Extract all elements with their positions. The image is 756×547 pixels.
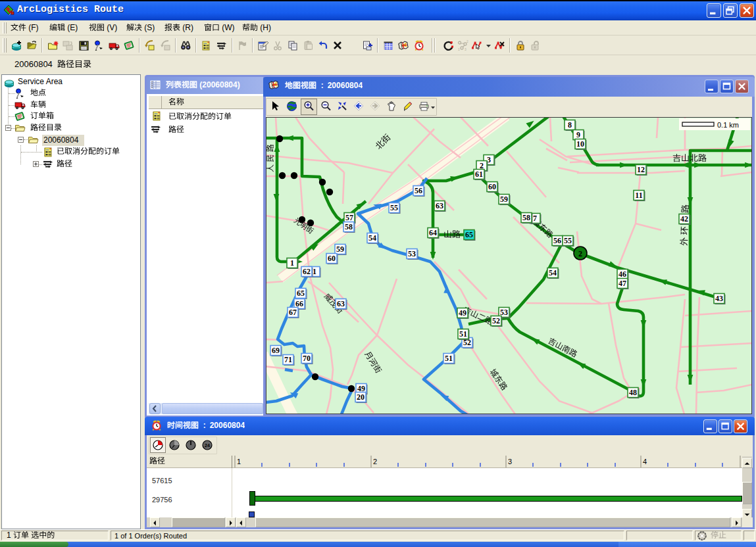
svg-text:(R): (R) <box>182 24 193 32</box>
svg-text:2: 2 <box>373 458 377 465</box>
svg-text:3: 3 <box>508 458 512 465</box>
svg-text:(H): (H) <box>260 24 271 32</box>
svg-text::: : <box>203 421 206 430</box>
svg-text:1: 1 <box>237 458 241 465</box>
svg-text:24: 24 <box>205 443 210 448</box>
svg-text:(20060804): (20060804) <box>199 81 239 89</box>
svg-text:20060804: 20060804 <box>14 60 53 69</box>
svg-text:(W): (W) <box>222 24 234 32</box>
svg-text:20060804: 20060804 <box>328 82 363 90</box>
svg-text:20060804: 20060804 <box>210 421 245 430</box>
svg-text:(F): (F) <box>28 24 38 32</box>
svg-text:(V): (V) <box>107 24 117 32</box>
svg-text:3: 3 <box>465 47 466 51</box>
svg-text:1: 1 <box>458 47 460 51</box>
svg-text:(S): (S) <box>144 24 155 32</box>
svg-text:(E): (E) <box>67 24 78 32</box>
svg-text:2: 2 <box>466 40 468 43</box>
svg-text:1: 1 <box>7 531 11 540</box>
svg-text::: : <box>321 82 324 90</box>
svg-text:4: 4 <box>643 458 647 465</box>
